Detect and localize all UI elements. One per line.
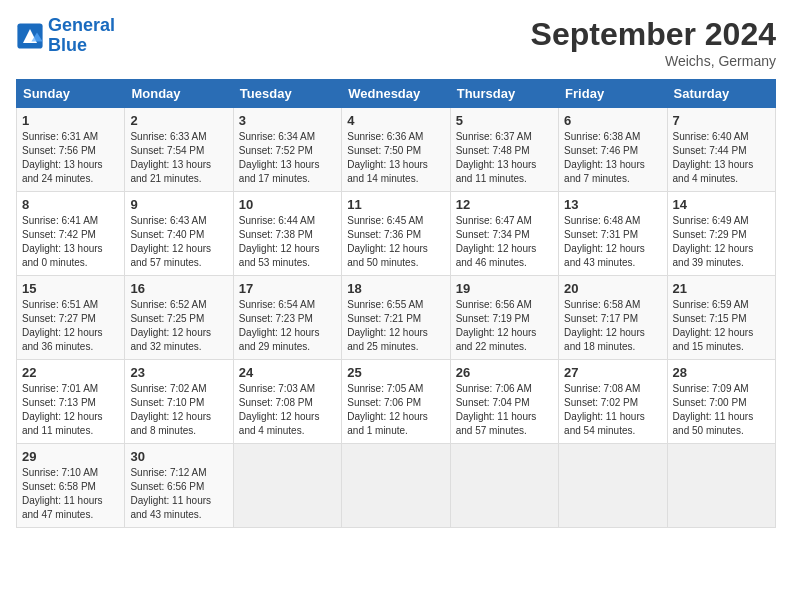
logo-text: General Blue [48,16,115,56]
logo-icon [16,22,44,50]
day-number: 19 [456,281,553,296]
day-number: 9 [130,197,227,212]
day-info: Sunrise: 7:10 AMSunset: 6:58 PMDaylight:… [22,467,103,520]
table-row: 28 Sunrise: 7:09 AMSunset: 7:00 PMDaylig… [667,360,775,444]
day-number: 25 [347,365,444,380]
day-info: Sunrise: 6:34 AMSunset: 7:52 PMDaylight:… [239,131,320,184]
table-row: 16 Sunrise: 6:52 AMSunset: 7:25 PMDaylig… [125,276,233,360]
day-number: 5 [456,113,553,128]
calendar-week-row: 29 Sunrise: 7:10 AMSunset: 6:58 PMDaylig… [17,444,776,528]
calendar-week-row: 8 Sunrise: 6:41 AMSunset: 7:42 PMDayligh… [17,192,776,276]
calendar-table: Sunday Monday Tuesday Wednesday Thursday… [16,79,776,528]
table-row [559,444,667,528]
table-row: 6 Sunrise: 6:38 AMSunset: 7:46 PMDayligh… [559,108,667,192]
logo-blue: Blue [48,35,87,55]
table-row: 17 Sunrise: 6:54 AMSunset: 7:23 PMDaylig… [233,276,341,360]
day-info: Sunrise: 7:09 AMSunset: 7:00 PMDaylight:… [673,383,754,436]
day-number: 22 [22,365,119,380]
calendar-week-row: 15 Sunrise: 6:51 AMSunset: 7:27 PMDaylig… [17,276,776,360]
day-number: 3 [239,113,336,128]
day-number: 11 [347,197,444,212]
month-title: September 2024 [531,16,776,53]
table-row: 14 Sunrise: 6:49 AMSunset: 7:29 PMDaylig… [667,192,775,276]
title-block: September 2024 Weichs, Germany [531,16,776,69]
day-info: Sunrise: 7:12 AMSunset: 6:56 PMDaylight:… [130,467,211,520]
day-number: 2 [130,113,227,128]
day-info: Sunrise: 7:08 AMSunset: 7:02 PMDaylight:… [564,383,645,436]
day-number: 30 [130,449,227,464]
day-number: 20 [564,281,661,296]
day-info: Sunrise: 6:41 AMSunset: 7:42 PMDaylight:… [22,215,103,268]
day-number: 16 [130,281,227,296]
day-number: 12 [456,197,553,212]
day-number: 4 [347,113,444,128]
table-row: 18 Sunrise: 6:55 AMSunset: 7:21 PMDaylig… [342,276,450,360]
table-row: 2 Sunrise: 6:33 AMSunset: 7:54 PMDayligh… [125,108,233,192]
day-info: Sunrise: 6:37 AMSunset: 7:48 PMDaylight:… [456,131,537,184]
table-row: 20 Sunrise: 6:58 AMSunset: 7:17 PMDaylig… [559,276,667,360]
day-info: Sunrise: 6:44 AMSunset: 7:38 PMDaylight:… [239,215,320,268]
day-info: Sunrise: 7:03 AMSunset: 7:08 PMDaylight:… [239,383,320,436]
calendar-week-row: 1 Sunrise: 6:31 AMSunset: 7:56 PMDayligh… [17,108,776,192]
table-row [342,444,450,528]
table-row: 23 Sunrise: 7:02 AMSunset: 7:10 PMDaylig… [125,360,233,444]
table-row: 13 Sunrise: 6:48 AMSunset: 7:31 PMDaylig… [559,192,667,276]
day-info: Sunrise: 7:06 AMSunset: 7:04 PMDaylight:… [456,383,537,436]
table-row: 25 Sunrise: 7:05 AMSunset: 7:06 PMDaylig… [342,360,450,444]
day-info: Sunrise: 6:49 AMSunset: 7:29 PMDaylight:… [673,215,754,268]
table-row: 1 Sunrise: 6:31 AMSunset: 7:56 PMDayligh… [17,108,125,192]
table-row [667,444,775,528]
day-info: Sunrise: 6:47 AMSunset: 7:34 PMDaylight:… [456,215,537,268]
day-number: 27 [564,365,661,380]
table-row: 3 Sunrise: 6:34 AMSunset: 7:52 PMDayligh… [233,108,341,192]
logo: General Blue [16,16,115,56]
day-number: 15 [22,281,119,296]
day-info: Sunrise: 6:52 AMSunset: 7:25 PMDaylight:… [130,299,211,352]
calendar-header-row: Sunday Monday Tuesday Wednesday Thursday… [17,80,776,108]
header-wednesday: Wednesday [342,80,450,108]
day-info: Sunrise: 6:45 AMSunset: 7:36 PMDaylight:… [347,215,428,268]
table-row: 4 Sunrise: 6:36 AMSunset: 7:50 PMDayligh… [342,108,450,192]
day-number: 28 [673,365,770,380]
calendar-week-row: 22 Sunrise: 7:01 AMSunset: 7:13 PMDaylig… [17,360,776,444]
day-number: 6 [564,113,661,128]
location: Weichs, Germany [531,53,776,69]
day-info: Sunrise: 6:58 AMSunset: 7:17 PMDaylight:… [564,299,645,352]
table-row: 19 Sunrise: 6:56 AMSunset: 7:19 PMDaylig… [450,276,558,360]
day-info: Sunrise: 6:56 AMSunset: 7:19 PMDaylight:… [456,299,537,352]
page-header: General Blue September 2024 Weichs, Germ… [16,16,776,69]
day-info: Sunrise: 7:05 AMSunset: 7:06 PMDaylight:… [347,383,428,436]
table-row: 30 Sunrise: 7:12 AMSunset: 6:56 PMDaylig… [125,444,233,528]
day-number: 24 [239,365,336,380]
header-friday: Friday [559,80,667,108]
table-row: 27 Sunrise: 7:08 AMSunset: 7:02 PMDaylig… [559,360,667,444]
table-row: 7 Sunrise: 6:40 AMSunset: 7:44 PMDayligh… [667,108,775,192]
table-row: 29 Sunrise: 7:10 AMSunset: 6:58 PMDaylig… [17,444,125,528]
header-saturday: Saturday [667,80,775,108]
table-row: 21 Sunrise: 6:59 AMSunset: 7:15 PMDaylig… [667,276,775,360]
header-monday: Monday [125,80,233,108]
header-tuesday: Tuesday [233,80,341,108]
table-row [450,444,558,528]
table-row: 22 Sunrise: 7:01 AMSunset: 7:13 PMDaylig… [17,360,125,444]
day-info: Sunrise: 6:31 AMSunset: 7:56 PMDaylight:… [22,131,103,184]
table-row: 24 Sunrise: 7:03 AMSunset: 7:08 PMDaylig… [233,360,341,444]
table-row: 26 Sunrise: 7:06 AMSunset: 7:04 PMDaylig… [450,360,558,444]
header-sunday: Sunday [17,80,125,108]
day-number: 13 [564,197,661,212]
day-number: 21 [673,281,770,296]
day-number: 1 [22,113,119,128]
day-info: Sunrise: 7:02 AMSunset: 7:10 PMDaylight:… [130,383,211,436]
table-row: 15 Sunrise: 6:51 AMSunset: 7:27 PMDaylig… [17,276,125,360]
day-number: 29 [22,449,119,464]
day-info: Sunrise: 6:51 AMSunset: 7:27 PMDaylight:… [22,299,103,352]
day-number: 17 [239,281,336,296]
day-number: 18 [347,281,444,296]
day-info: Sunrise: 6:33 AMSunset: 7:54 PMDaylight:… [130,131,211,184]
day-info: Sunrise: 6:36 AMSunset: 7:50 PMDaylight:… [347,131,428,184]
table-row: 11 Sunrise: 6:45 AMSunset: 7:36 PMDaylig… [342,192,450,276]
table-row: 12 Sunrise: 6:47 AMSunset: 7:34 PMDaylig… [450,192,558,276]
day-info: Sunrise: 7:01 AMSunset: 7:13 PMDaylight:… [22,383,103,436]
day-info: Sunrise: 6:43 AMSunset: 7:40 PMDaylight:… [130,215,211,268]
table-row: 10 Sunrise: 6:44 AMSunset: 7:38 PMDaylig… [233,192,341,276]
